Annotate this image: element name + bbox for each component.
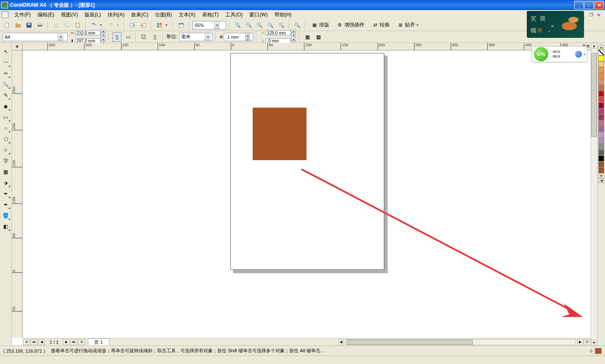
horizontal-ruler[interactable]: 毫米 2502001501005005010015020025030035040… — [23, 43, 591, 50]
menu-1[interactable]: 编辑(E) — [34, 11, 58, 19]
zoom-page-button[interactable]: 🔍 — [277, 21, 286, 30]
import-button[interactable] — [128, 21, 137, 30]
redo-dropdown[interactable]: ▾ — [117, 23, 121, 27]
next-page-button[interactable]: ▶ — [63, 339, 70, 345]
current-page-button[interactable]: ▯ — [150, 32, 159, 42]
last-page-button[interactable]: ⏭ — [71, 339, 77, 345]
polygon-tool[interactable]: ⬠ — [1, 134, 11, 144]
convert-button[interactable]: ⇄转换 — [369, 21, 393, 30]
vscroll-up[interactable]: ▲ — [591, 43, 597, 49]
vertical-ruler[interactable]: 25020015010050050 — [12, 50, 23, 338]
zoom-dropdown-arrow[interactable]: ▾ — [214, 21, 220, 29]
nudge-down[interactable]: ▾ — [245, 37, 250, 41]
print-button[interactable] — [35, 21, 45, 30]
unit-input[interactable] — [180, 34, 205, 40]
text-tool[interactable]: 字 — [1, 156, 11, 166]
prev-page-button[interactable]: ◀ — [38, 339, 45, 345]
monitor-accelerate-button[interactable] — [575, 51, 582, 58]
minimize-button[interactable]: _ — [574, 1, 584, 9]
crop-tool[interactable]: ✂ — [1, 69, 11, 79]
paste-button[interactable] — [73, 21, 82, 30]
ellipse-tool[interactable]: ○ — [1, 123, 11, 133]
enhance-plugin-button[interactable]: ⚙增强插件 — [334, 21, 367, 30]
menu-11[interactable]: 帮助(H) — [271, 11, 295, 19]
color-swatch-15[interactable] — [598, 144, 604, 150]
dupx-up[interactable]: ▴ — [291, 29, 296, 33]
layout-button[interactable]: ▦排版 — [309, 21, 332, 30]
zoom-all-button[interactable]: 🔍 — [266, 21, 275, 30]
navigator-button[interactable]: ⊡ — [584, 339, 590, 345]
width-down[interactable]: ▾ — [100, 33, 106, 37]
drawing-canvas[interactable] — [23, 50, 591, 338]
menu-0[interactable]: 文件(F) — [11, 11, 34, 19]
zoom-width-button[interactable]: 🔍 — [293, 21, 302, 30]
outline-tool[interactable]: ✒ — [1, 200, 11, 210]
color-swatch-8[interactable] — [598, 103, 604, 108]
color-swatch-6[interactable] — [598, 91, 604, 97]
open-button[interactable] — [13, 21, 23, 30]
color-swatch-18[interactable] — [598, 161, 604, 167]
portrait-button[interactable]: ▯ — [112, 32, 122, 42]
hscroll-right[interactable]: ▶ — [577, 339, 583, 345]
unit-arrow[interactable]: ▾ — [205, 33, 211, 41]
table-tool[interactable]: ▦ — [1, 167, 11, 177]
ruler-corner[interactable]: ✥ — [12, 43, 23, 50]
no-color-swatch[interactable] — [598, 50, 604, 55]
color-swatch-3[interactable] — [598, 73, 604, 79]
menu-6[interactable]: 位图(B) — [152, 11, 175, 19]
freehand-tool[interactable]: ✎ — [1, 90, 11, 100]
menu-9[interactable]: 工具(O) — [222, 11, 246, 19]
menu-4[interactable]: 排列(A) — [104, 11, 128, 19]
page-size-arrow[interactable]: ▾ — [58, 33, 63, 41]
smart-fill-tool[interactable]: ◆ — [1, 101, 11, 111]
snap-button[interactable]: ⊞贴齐▾ — [394, 21, 424, 30]
height-up[interactable]: ▴ — [100, 37, 106, 41]
mdi-restore-button[interactable]: ❐ — [588, 12, 594, 18]
zoom-in-button[interactable]: 🔍 — [233, 21, 242, 30]
interactive-tool[interactable]: ⬗ — [1, 178, 11, 188]
monitor-expand-button[interactable]: ▾ — [584, 53, 585, 56]
app-launcher-button[interactable] — [155, 21, 164, 30]
color-swatch-5[interactable] — [598, 85, 604, 91]
color-swatch-1[interactable] — [598, 61, 604, 67]
page-width-input[interactable] — [75, 30, 100, 35]
nudge-input[interactable] — [224, 34, 245, 40]
app-launcher-dropdown[interactable]: ▾ — [166, 23, 170, 27]
rectangle-tool[interactable]: ▭ — [1, 112, 11, 122]
menu-7[interactable]: 文本(X) — [175, 11, 199, 19]
color-swatch-13[interactable] — [598, 132, 604, 138]
vscroll-thumb[interactable] — [591, 53, 597, 137]
vertical-scrollbar[interactable]: ▲ ▼ — [591, 43, 597, 346]
horizontal-scrollbar[interactable] — [346, 339, 576, 345]
undo-dropdown[interactable]: ▾ — [100, 23, 104, 27]
hscroll-left[interactable]: ◀ — [338, 339, 344, 345]
fill-color-indicator[interactable] — [595, 348, 602, 354]
color-swatch-7[interactable] — [598, 97, 604, 103]
palette-flyout[interactable]: ◀ — [598, 178, 604, 183]
vscroll-down[interactable]: ▼ — [591, 340, 597, 346]
dup-x-input[interactable] — [266, 30, 291, 35]
color-swatch-10[interactable] — [598, 114, 604, 120]
all-pages-button[interactable]: ⿻ — [139, 32, 148, 42]
dupy-up[interactable]: ▴ — [291, 37, 296, 41]
palette-scroll-down[interactable]: ▼ — [598, 173, 604, 178]
landscape-button[interactable]: ▭ — [123, 32, 132, 42]
eyedropper-tool[interactable]: ✒ — [1, 189, 11, 199]
close-button[interactable]: ✕ — [594, 1, 604, 9]
undo-button[interactable] — [89, 21, 98, 30]
mdi-close-button[interactable]: ✕ — [596, 12, 602, 18]
unit-combo[interactable]: ▾ — [179, 33, 213, 41]
color-swatch-17[interactable] — [598, 156, 604, 161]
interactive-fill-tool[interactable]: ◧ — [1, 222, 11, 232]
menu-8[interactable]: 表格(T) — [199, 11, 222, 19]
menu-10[interactable]: 窗口(W) — [246, 11, 271, 19]
zoom-tool[interactable]: 🔍 — [1, 79, 11, 90]
color-swatch-2[interactable] — [598, 67, 604, 73]
add-page-button[interactable]: ⊕ — [23, 339, 30, 345]
nudge-combo[interactable]: ▴▾ — [224, 33, 253, 41]
new-button[interactable] — [3, 21, 12, 30]
width-up[interactable]: ▴ — [100, 29, 106, 33]
dupx-down[interactable]: ▾ — [291, 33, 296, 37]
nudge-up[interactable]: ▴ — [245, 33, 250, 37]
options-button[interactable]: ▦ — [314, 32, 323, 42]
